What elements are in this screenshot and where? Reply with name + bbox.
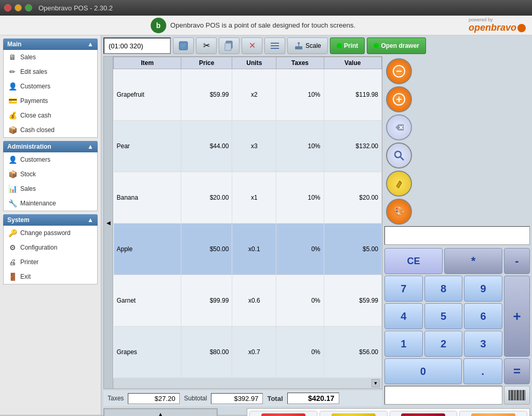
sidebar-item-printer[interactable]: 🖨 Printer <box>4 255 97 269</box>
col-price: Price <box>181 57 232 69</box>
sidebar-system-items: 🔑 Change password ⚙ Configuration 🖨 Prin… <box>3 226 98 284</box>
openbravo-logo: powered by openbravo <box>469 17 526 33</box>
5-button[interactable]: 5 <box>424 303 463 329</box>
sidebar-item-sales[interactable]: 🖥 Sales <box>4 50 97 64</box>
sidebar-item-configuration[interactable]: ⚙ Configuration <box>4 240 97 255</box>
0-button[interactable]: 0 <box>384 358 462 384</box>
ce-button[interactable]: CE <box>384 248 443 274</box>
col-item: Item <box>114 57 181 69</box>
minimize-button[interactable] <box>15 4 22 11</box>
open-drawer-button[interactable]: Open drawer <box>367 37 425 54</box>
brandbar: b Openbravo POS is a point of sale desig… <box>0 16 532 35</box>
new-order-button[interactable]: 🛒 <box>173 37 194 54</box>
paint-button[interactable]: 🎨 <box>386 199 412 225</box>
table-scroll-left[interactable]: ◀ <box>103 56 113 389</box>
table-scroll-down[interactable]: ▼ <box>371 379 380 387</box>
sidebar-item-exit[interactable]: 🚪 Exit <box>4 269 97 284</box>
svg-rect-29 <box>516 390 516 400</box>
taxes-value: $27.20 <box>128 393 180 404</box>
maximize-button[interactable] <box>25 4 32 11</box>
customers-icon: 👤 <box>8 82 17 91</box>
3-button[interactable]: 3 <box>464 331 502 357</box>
bottom-section: ▲ 🫐 Berries 🍎 Fruits 🌶 Spices <box>103 408 530 416</box>
svg-text:✕: ✕ <box>249 41 256 50</box>
8-button[interactable]: 8 <box>424 276 463 302</box>
1-button[interactable]: 1 <box>384 331 423 357</box>
change-password-icon: 🔑 <box>8 228 17 238</box>
sidebar-system-section: System ▲ 🔑 Change password ⚙ Configurati… <box>3 214 98 284</box>
table-row[interactable]: Grapefruit $59.99 x2 10% $119.98 <box>114 69 382 121</box>
plus-button[interactable]: + <box>504 276 530 357</box>
4-button[interactable]: 4 <box>384 303 423 329</box>
sidebar-item-change-password[interactable]: 🔑 Change password <box>4 226 97 240</box>
toolbar: (01:00 320) 🛒 ✂ ✕ Scale Print <box>103 37 530 54</box>
product-apple[interactable]: Apple <box>249 411 317 416</box>
sidebar-item-payments[interactable]: 💳 Payments <box>4 94 97 108</box>
drawer-dot <box>374 43 379 48</box>
delete-button[interactable]: ✕ <box>242 37 262 54</box>
category-scroll-up[interactable]: ▲ <box>104 409 217 416</box>
list-button[interactable] <box>264 37 285 54</box>
scale-button[interactable]: Scale <box>287 37 328 54</box>
barcode-button[interactable] <box>504 386 530 405</box>
sidebar-item-stock[interactable]: 📦 Stock <box>4 167 97 181</box>
6-button[interactable]: 6 <box>464 303 502 329</box>
svg-rect-25 <box>510 390 511 400</box>
search-button[interactable] <box>386 142 412 168</box>
barcode-input[interactable] <box>384 386 502 405</box>
svg-rect-33 <box>522 390 522 400</box>
equals-button[interactable]: = <box>504 358 530 384</box>
print-button[interactable]: Print <box>330 37 365 54</box>
subtotal-label: Subtotal <box>184 395 207 402</box>
numpad-display[interactable] <box>384 226 530 245</box>
close-button[interactable] <box>4 4 11 11</box>
order-input[interactable]: (01:00 320) <box>103 37 171 54</box>
2-button[interactable]: 2 <box>424 331 463 357</box>
product-banana[interactable]: Banana <box>320 411 388 416</box>
decimal-button[interactable]: . <box>463 358 502 384</box>
table-row[interactable]: Garnet $99.99 x0.6 0% $59.99 <box>114 275 382 327</box>
sales-tbody: Grapefruit $59.99 x2 10% $119.98 Pear $4… <box>114 69 382 378</box>
edit-button[interactable] <box>386 171 412 197</box>
product-grid-container: Apple Banana <box>247 408 530 416</box>
garnet-image <box>401 413 445 416</box>
sidebar-item-customers[interactable]: 👤 Customers <box>4 79 97 94</box>
minus-button[interactable]: - <box>504 248 530 274</box>
table-row[interactable]: Banana $20.00 x1 10% $20.00 <box>114 172 382 224</box>
product-garnet[interactable]: Garnet <box>390 411 458 416</box>
svg-text:✂: ✂ <box>203 41 210 50</box>
sidebar-main-header[interactable]: Main ▲ <box>3 38 98 50</box>
9-button[interactable]: 9 <box>464 276 502 302</box>
svg-rect-26 <box>511 390 513 400</box>
sidebar-item-cash-closed[interactable]: 📦 Cash closed <box>4 123 97 137</box>
sidebar-item-close-cash[interactable]: 💰 Close cash <box>4 108 97 123</box>
taxes-label: Taxes <box>108 395 124 402</box>
payments-icon: 💳 <box>8 96 17 106</box>
action-button-2[interactable] <box>386 86 412 112</box>
sidebar-system-header[interactable]: System ▲ <box>3 214 98 226</box>
numpad-grid: CE * - 7 8 9 <box>384 226 530 406</box>
grapefruit-image <box>471 413 515 416</box>
window-title: Openbravo POS - 2.30.2 <box>38 4 113 12</box>
svg-rect-6 <box>271 43 279 44</box>
total-label: Total <box>267 395 283 402</box>
copy-button[interactable] <box>219 37 240 54</box>
multiply-button[interactable]: * <box>444 248 502 274</box>
action-button-1[interactable] <box>386 58 412 84</box>
scissors-button[interactable]: ✂ <box>196 37 217 54</box>
table-row[interactable]: Grapes $80.00 x0.7 0% $56.00 <box>114 327 382 378</box>
sidebar-admin-items: 👤 Customers 📦 Stock 📊 Sales 🔧 Maintenanc… <box>3 152 98 211</box>
product-grapefruit[interactable]: Grapefruit <box>459 411 527 416</box>
sidebar-item-edit-sales[interactable]: ✏ Edit sales <box>4 64 97 79</box>
backspace-button[interactable] <box>386 114 412 140</box>
brandbar-text: Openbravo POS is a point of sale designe… <box>170 21 355 29</box>
numpad-area: 🎨 CE * - <box>384 56 530 406</box>
table-row[interactable]: Pear $44.00 x3 10% $132.00 <box>114 121 382 172</box>
7-button[interactable]: 7 <box>384 276 423 302</box>
col-value: Value <box>324 57 381 69</box>
sidebar-admin-header[interactable]: Administration ▲ <box>3 141 98 152</box>
sidebar-item-admin-customers[interactable]: 👤 Customers <box>4 152 97 167</box>
table-row[interactable]: Apple $50.00 x0.1 0% $5.00 <box>114 224 382 275</box>
sidebar-item-maintenance[interactable]: 🔧 Maintenance <box>4 196 97 211</box>
sidebar-item-admin-sales[interactable]: 📊 Sales <box>4 181 97 196</box>
